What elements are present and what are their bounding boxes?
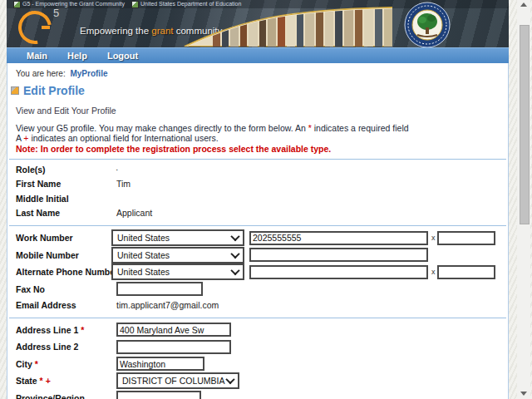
menu-item-main[interactable]: Main <box>27 51 47 61</box>
intro-text: View your G5 profile. You may make chang… <box>7 116 508 143</box>
last-name-label: Last Name <box>16 208 116 218</box>
chevron-down-icon <box>230 266 239 275</box>
address-line2-label: Address Line 2 <box>16 342 116 352</box>
intro-line1-post: indicates a required field <box>312 123 409 133</box>
menu-item-help[interactable]: Help <box>67 51 87 61</box>
work-ext-label: x <box>431 234 436 242</box>
intro-line1-pre: View your G5 profile. You may make chang… <box>16 123 308 133</box>
email-row: Email Address tim.applicant7@gmail.com <box>7 298 508 313</box>
address-line1-input[interactable] <box>116 323 231 337</box>
alternate-country-value: United States <box>117 267 170 277</box>
intro-line2-post: indicates an optional field for Internat… <box>28 133 218 143</box>
breadcrumb-prefix: You are here: <box>16 69 66 78</box>
fax-label: Fax No <box>16 284 116 294</box>
province-row: Province/Region <box>7 390 508 399</box>
tagline-pre: Empowering the <box>80 26 151 36</box>
last-name-value: Applicant <box>116 208 152 218</box>
fax-input[interactable] <box>116 282 203 296</box>
middle-initial-row: Middle Initial <box>7 191 508 206</box>
required-symbol: * <box>40 376 43 386</box>
work-country-value: United States <box>117 233 170 243</box>
first-name-row: First Name Tim <box>7 177 508 192</box>
address-line1-text: Address Line 1 <box>16 325 78 335</box>
intro-line2-pre: A <box>16 133 23 143</box>
state-label: State * + <box>16 376 116 386</box>
first-name-label: First Name <box>16 179 116 189</box>
roles-row: Role(s) ▪ <box>7 162 508 177</box>
menu-item-logout[interactable]: Logout <box>107 51 138 61</box>
email-value: tim.applicant7@gmail.com <box>116 300 219 310</box>
page-title-row: Edit Profile <box>7 84 508 97</box>
registration-note: Note: In order to complete the registrat… <box>7 143 508 154</box>
email-label: Email Address <box>16 300 116 310</box>
alternate-number-label: Alternate Phone Number <box>16 267 116 277</box>
vertical-scrollbar[interactable] <box>517 0 530 399</box>
g5-logo-number: 5 <box>53 7 59 19</box>
section-bullet-icon <box>11 86 19 95</box>
fax-row: Fax No <box>7 281 508 298</box>
roles-value: ▪ <box>116 167 118 172</box>
last-name-row: Last Name Applicant <box>7 206 508 221</box>
state-value: DISTRICT OF COLUMBIA <box>122 376 224 386</box>
optional-symbol: + <box>46 376 51 386</box>
scroll-down-icon[interactable] <box>520 392 527 396</box>
alternate-ext-label: x <box>431 268 436 276</box>
page-subtitle: View and Edit Your Profile <box>7 97 508 116</box>
work-number-input[interactable] <box>249 231 428 245</box>
mobile-number-row: Mobile Number United States <box>7 247 508 264</box>
address-line2-input[interactable] <box>116 340 231 354</box>
mobile-number-input[interactable] <box>249 248 428 262</box>
site-banner: G5 - Empowering the Grant Community Unit… <box>7 0 509 47</box>
chevron-down-icon <box>225 375 234 384</box>
g5-logo-bar <box>42 26 50 29</box>
main-menu-bar: Main Help Logout <box>7 47 509 63</box>
g5-logo-icon <box>12 4 58 47</box>
address-line2-row: Address Line 2 <box>7 338 508 356</box>
dept-of-education-seal-icon <box>404 2 451 47</box>
alternate-number-input[interactable] <box>249 265 428 279</box>
page-content: You are here: MyProfile Edit Profile Vie… <box>7 63 509 399</box>
city-row: City * <box>7 356 508 373</box>
required-symbol: * <box>35 359 38 369</box>
intro-line2: A + indicates an optional field for Inte… <box>16 133 508 143</box>
roles-label: Role(s) <box>16 165 116 175</box>
work-country-select[interactable]: United States <box>111 229 244 246</box>
alternate-ext-input[interactable] <box>437 265 495 279</box>
required-symbol: * <box>81 325 84 335</box>
mobile-country-select[interactable]: United States <box>111 247 244 264</box>
page-title: Edit Profile <box>23 84 85 97</box>
work-ext-input[interactable] <box>437 231 495 245</box>
g5-favicon-icon <box>13 1 21 8</box>
chevron-down-icon <box>230 249 239 259</box>
window-tab-title: G5 - Empowering the Grant Community <box>22 0 125 7</box>
alternate-country-select[interactable]: United States <box>111 264 244 280</box>
mobile-number-label: Mobile Number <box>16 250 116 260</box>
bookshelf-image <box>183 7 392 47</box>
work-number-label: Work Number <box>16 233 116 243</box>
alternate-number-row: Alternate Phone Number United States x <box>7 264 508 281</box>
breadcrumb: You are here: MyProfile <box>7 63 508 82</box>
scroll-up-icon[interactable] <box>520 2 527 7</box>
first-name-value: Tim <box>116 179 131 189</box>
chevron-down-icon <box>230 232 239 241</box>
work-number-row: Work Number United States x <box>7 229 508 247</box>
tagline-accent: grant <box>151 26 173 36</box>
state-select[interactable]: DISTRICT OF COLUMBIA <box>116 372 239 389</box>
city-text: City <box>16 359 32 369</box>
city-label: City * <box>16 359 116 369</box>
ed-favicon-icon <box>131 1 139 8</box>
address-line1-row: Address Line 1 * <box>7 322 508 339</box>
province-input[interactable] <box>116 391 201 399</box>
breadcrumb-myprofile-link[interactable]: MyProfile <box>70 69 107 78</box>
browser-page: G5 - Empowering the Grant Community Unit… <box>7 0 509 399</box>
mobile-country-value: United States <box>117 250 170 260</box>
intro-line1: View your G5 profile. You may make chang… <box>16 123 508 133</box>
city-input[interactable] <box>116 357 204 371</box>
scrollbar-thumb[interactable] <box>520 25 530 224</box>
state-row: State * + DISTRICT OF COLUMBIA <box>7 372 508 390</box>
state-text: State <box>16 376 37 386</box>
address-line1-label: Address Line 1 * <box>16 325 116 335</box>
middle-initial-label: Middle Initial <box>16 194 116 204</box>
province-label: Province/Region <box>16 393 116 399</box>
